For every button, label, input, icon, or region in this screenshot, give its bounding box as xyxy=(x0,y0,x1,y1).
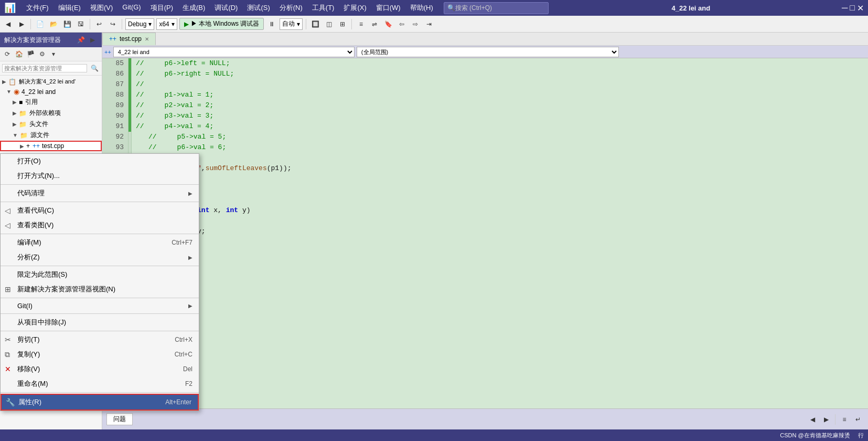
new-file-button[interactable]: 📄 xyxy=(34,18,46,30)
toolbar-btn-6[interactable]: ◫ xyxy=(323,18,335,30)
code-text-area[interactable]: // p6->left = NULL; // p6->right = NULL;… xyxy=(132,58,868,408)
main-toolbar: ◀ ▶ 📄 📂 💾 🖫 ↩ ↪ Debug ▾ x64 ▾ ▶ ▶ 本地 Win… xyxy=(0,16,868,33)
tab-bar: ++ test.cpp ✕ xyxy=(102,33,868,46)
cpp-file-icon: + xyxy=(26,142,30,150)
code-editor[interactable]: 85 86 87 88 89 90 91 92 93 94 95 96 97 9… xyxy=(102,58,868,408)
redo-button[interactable]: ↪ xyxy=(107,18,119,30)
menu-file[interactable]: 文件(F) xyxy=(22,2,53,14)
tab-test-cpp[interactable]: ++ test.cpp ✕ xyxy=(102,33,156,45)
toolbar-btn-11[interactable]: ⇨ xyxy=(410,18,421,30)
bottom-tab-problems[interactable]: 问题 xyxy=(106,413,133,425)
code-line-88: // p1->val = 1; xyxy=(136,90,864,100)
save-button[interactable]: 💾 xyxy=(61,18,73,30)
ctx-view-class-diagram[interactable]: ◁ 查看类图(V) xyxy=(1,218,199,233)
code-line-92: // p5->val = 5; xyxy=(136,132,864,142)
main-content: 解决方案资源管理器 📌 ▶ ⟳ 🏠 🏴 ⚙ ▾ 🔍 ▶ 📋 解决方案'4_22 … xyxy=(0,33,868,429)
menu-edit[interactable]: 编辑(E) xyxy=(54,2,85,14)
arch-dropdown[interactable]: x64 ▾ xyxy=(156,18,177,30)
settings-icon[interactable]: ⚙ xyxy=(37,49,47,59)
project-label: 4_22 lei and xyxy=(22,88,56,96)
ctx-compile[interactable]: 编译(M) Ctrl+F7 xyxy=(1,235,199,250)
ext-icon: 📁 xyxy=(19,110,27,117)
maximize-button[interactable]: □ xyxy=(850,3,855,13)
auto-dropdown[interactable]: 自动 ▾ xyxy=(280,18,303,30)
ctx-scope[interactable]: 限定为此范围(S) xyxy=(1,267,199,282)
project-item[interactable]: ▼ ◉ 4_22 lei and xyxy=(0,87,102,97)
menu-debug[interactable]: 调试(D) xyxy=(210,2,242,14)
file-path-dropdown[interactable]: 4_22 lei and xyxy=(113,47,355,57)
chevron-down-icon-4[interactable]: ▾ xyxy=(48,49,59,59)
ctx-sep-8 xyxy=(1,392,199,393)
open-button[interactable]: 📂 xyxy=(48,18,59,30)
bottom-scroll-left[interactable]: ◀ xyxy=(807,414,818,425)
forward-button[interactable]: ▶ xyxy=(16,18,27,30)
ctx-cut[interactable]: ✂ 剪切(T) Ctrl+X xyxy=(1,332,199,347)
sidebar-item-references[interactable]: ▶ ■ 引用 xyxy=(0,97,102,108)
menu-analyze[interactable]: 分析(N) xyxy=(275,2,307,14)
sync-button[interactable]: ⟳ xyxy=(2,49,13,59)
menu-window[interactable]: 窗口(W) xyxy=(372,2,405,14)
menu-extensions[interactable]: 扩展(X) xyxy=(339,2,370,14)
toolbar-btn-12[interactable]: ⇥ xyxy=(423,18,435,30)
scope-dropdown[interactable]: (全局范围) xyxy=(357,47,619,57)
title-search-box[interactable]: 🔍 搜索 (Ctrl+Q) xyxy=(444,2,549,14)
toolbar-btn-5[interactable]: 🔲 xyxy=(309,18,321,30)
toolbar-btn-8[interactable]: ≡ xyxy=(355,18,367,30)
ctx-remove[interactable]: ✕ 移除(V) Del xyxy=(1,362,199,376)
ctx-analyze[interactable]: 分析(Z) xyxy=(1,250,199,265)
menu-help[interactable]: 帮助(H) xyxy=(406,2,437,14)
solution-root-item[interactable]: ▶ 📋 解决方案'4_22 lei and' xyxy=(0,77,102,87)
ctx-sep-3 xyxy=(1,234,199,234)
menu-view[interactable]: 视图(V) xyxy=(86,2,117,14)
ctx-new-explorer-view[interactable]: ⊞ 新建解决方案资源管理器视图(N) xyxy=(1,282,199,297)
ctx-rename[interactable]: 重命名(M) F2 xyxy=(1,376,199,391)
toolbar-btn-9[interactable]: ⇌ xyxy=(369,18,380,30)
project-collapse-icon: ▼ xyxy=(6,89,12,94)
search-icon-2[interactable]: 🔍 xyxy=(89,63,100,74)
menu-bar: 文件(F) 编辑(E) 视图(V) Git(G) 项目(P) 生成(B) 调试(… xyxy=(22,2,437,14)
bookmark-button[interactable]: 🔖 xyxy=(382,18,394,30)
chevron-right-icon[interactable]: ▶ xyxy=(87,35,98,45)
ctx-open[interactable]: 打开(O) xyxy=(1,154,199,169)
close-button[interactable]: ✕ xyxy=(857,3,864,13)
debug-config-dropdown[interactable]: Debug ▾ xyxy=(125,18,154,30)
sidebar-item-test-cpp[interactable]: ▶ + ++ test.cpp xyxy=(0,141,102,151)
undo-button[interactable]: ↩ xyxy=(93,18,105,30)
bottom-align-right[interactable]: ↵ xyxy=(852,414,864,425)
bottom-align-left[interactable]: ≡ xyxy=(839,414,850,425)
toolbar-btn-7[interactable]: ⊞ xyxy=(337,18,348,30)
sidebar-item-source-folder[interactable]: ▼ 📁 源文件 xyxy=(0,130,102,141)
pause-button[interactable]: ⏸ xyxy=(266,18,277,30)
ctx-properties[interactable]: 🔧 属性(R) Alt+Enter xyxy=(1,394,199,411)
toolbar-btn-10[interactable]: ⇦ xyxy=(396,18,408,30)
change-marker-91 xyxy=(128,121,131,132)
menu-git[interactable]: Git(G) xyxy=(118,2,145,14)
menu-project[interactable]: 项目(P) xyxy=(146,2,177,14)
ctx-git[interactable]: Git(I) xyxy=(1,299,199,312)
menu-build[interactable]: 生成(B) xyxy=(178,2,209,14)
code-line-89: // p2->val = 2; xyxy=(136,100,864,111)
ctx-copy[interactable]: ⧉ 复制(Y) Ctrl+C xyxy=(1,347,199,362)
ctx-sep-1 xyxy=(1,184,199,185)
code-line-86: // p6->right = NULL; xyxy=(136,69,864,79)
save-all-button[interactable]: 🖫 xyxy=(75,18,87,30)
sidebar-search-input[interactable] xyxy=(2,64,87,72)
ctx-view-code[interactable]: ◁ 查看代码(C) xyxy=(1,203,199,218)
ctx-code-cleanup[interactable]: 代码清理 xyxy=(1,186,199,201)
pin-button[interactable]: 📌 xyxy=(76,35,86,45)
sidebar-item-headers[interactable]: ▶ 📁 头文件 xyxy=(0,119,102,130)
back-button[interactable]: ◀ xyxy=(2,18,14,30)
sidebar-item-external-deps[interactable]: ▶ 📁 外部依赖项 xyxy=(0,108,102,119)
minimize-button[interactable]: ─ xyxy=(842,3,848,13)
bottom-scroll-right[interactable]: ▶ xyxy=(820,414,832,425)
filter-button[interactable]: 🏴 xyxy=(25,49,36,59)
home-button[interactable]: 🏠 xyxy=(14,49,24,59)
run-button[interactable]: ▶ ▶ 本地 Windows 调试器 xyxy=(179,18,264,30)
ctx-open-with[interactable]: 打开方式(N)... xyxy=(1,169,199,183)
ctx-exclude[interactable]: 从项目中排除(J) xyxy=(1,315,199,330)
menu-test[interactable]: 测试(S) xyxy=(243,2,274,14)
menu-tools[interactable]: 工具(T) xyxy=(308,2,339,14)
code-line-103 xyxy=(136,247,864,258)
tab-close-button[interactable]: ✕ xyxy=(145,36,149,42)
change-marker-86 xyxy=(128,69,131,79)
